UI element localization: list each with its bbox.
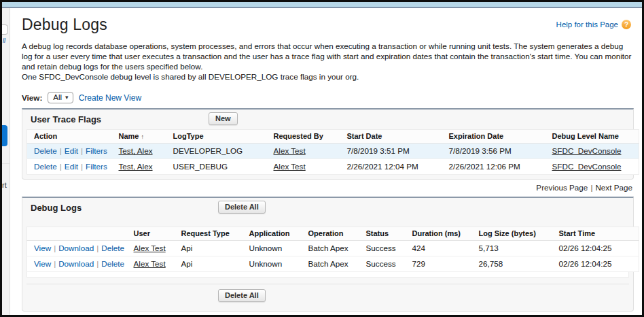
table-row: Delete|Edit|Filters Test, Alex DEVELOPER…	[27, 144, 639, 159]
main-content: Debug Logs Help for this Page ? A debug …	[10, 8, 642, 315]
user-trace-flags-panel: User Trace Flags New Action Name ↑ LogTy…	[22, 108, 634, 180]
link-separator: |	[96, 259, 99, 268]
table-empty-space	[26, 272, 629, 278]
col-action[interactable]: Action	[27, 130, 112, 144]
page-header: Debug Logs Help for this Page ?	[22, 16, 634, 34]
col-debug-level-name[interactable]: Debug Level Name	[545, 130, 639, 144]
operation-cell: Batch Apex	[302, 241, 359, 256]
delete-all-bottom-button[interactable]: Delete All	[218, 289, 266, 302]
chevron-down-icon: ▾	[65, 94, 69, 101]
view-link[interactable]: View	[34, 259, 51, 268]
edit-link[interactable]: Edit	[65, 162, 78, 171]
user-link[interactable]: Alex Test	[134, 244, 166, 252]
sidebar-link-fragment[interactable]: ll	[3, 37, 5, 44]
sidebar-fragment: ll rt	[2, 8, 10, 315]
col-operation[interactable]: Operation	[302, 227, 359, 241]
link-separator: |	[81, 162, 83, 171]
request-type-cell: Api	[175, 256, 243, 272]
col-actions	[27, 227, 127, 241]
start-date-cell: 2/26/2021 12:04 PM	[340, 159, 442, 175]
status-cell: Success	[359, 241, 406, 256]
previous-page-link[interactable]: Previous Page	[536, 183, 588, 192]
link-separator: |	[60, 146, 62, 155]
table-header-row: User Request Type Application Operation …	[27, 227, 639, 241]
debug-level-link[interactable]: SFDC_DevConsole	[552, 146, 622, 155]
view-select-value: All	[53, 93, 62, 101]
request-type-cell: Api	[175, 241, 243, 256]
help-icon[interactable]: ?	[622, 20, 631, 29]
delete-link[interactable]: Delete	[101, 244, 124, 252]
sidebar-active-indicator[interactable]	[2, 125, 7, 146]
create-new-view-link[interactable]: Create New View	[79, 93, 141, 103]
col-start-time[interactable]: Start Time	[552, 227, 639, 241]
filters-link[interactable]: Filters	[86, 146, 107, 155]
requested-by-link[interactable]: Alex Test	[274, 162, 306, 171]
col-logtype[interactable]: LogType	[166, 130, 267, 144]
window-frame: ll rt Debug Logs Help for this Page ? A …	[0, 0, 644, 317]
col-request-type[interactable]: Request Type	[175, 227, 243, 241]
log-size-cell: 5,713	[472, 241, 552, 256]
status-cell: Success	[359, 256, 406, 272]
col-duration[interactable]: Duration (ms)	[406, 227, 472, 241]
col-requested-by[interactable]: Requested By	[267, 130, 340, 144]
view-bar: View: All ▾ Create New View	[22, 92, 634, 103]
debug-logs-panel: Debug Logs Delete All User R	[22, 197, 634, 312]
filters-link[interactable]: Filters	[86, 162, 107, 171]
col-user[interactable]: User	[127, 227, 175, 241]
description-text: A debug log records database operations,…	[22, 41, 631, 71]
pagination: Previous Page|Next Page	[22, 183, 634, 192]
table-header-row: Action Name ↑ LogType Requested By Start…	[27, 130, 639, 144]
name-link[interactable]: Test, Alex	[119, 146, 153, 155]
download-link[interactable]: Download	[58, 259, 94, 268]
col-status[interactable]: Status	[359, 227, 406, 241]
pagination-separator: |	[590, 183, 592, 192]
page-title: Debug Logs	[22, 16, 634, 34]
new-button[interactable]: New	[209, 112, 238, 125]
col-log-size[interactable]: Log Size (bytes)	[472, 227, 552, 241]
requested-by-link[interactable]: Alex Test	[274, 146, 306, 155]
col-name[interactable]: Name ↑	[112, 130, 166, 144]
sidebar-item-fragment[interactable]: rt	[2, 181, 7, 189]
view-select[interactable]: All ▾	[48, 92, 73, 103]
view-link[interactable]: View	[34, 244, 51, 252]
action-cell: Delete|Edit|Filters	[27, 144, 112, 159]
table-row: View|Download|Delete Alex Test Api Unkno…	[27, 241, 639, 256]
debug-level-link[interactable]: SFDC_DevConsole	[552, 162, 622, 171]
delete-all-top-button[interactable]: Delete All	[218, 201, 266, 214]
link-separator: |	[54, 259, 56, 268]
description-note: One SFDC_DevConsole debug level is share…	[22, 72, 359, 81]
debug-logs-table: User Request Type Application Operation …	[26, 227, 639, 272]
page-description: A debug log records database operations,…	[22, 41, 632, 82]
main-row: ll rt Debug Logs Help for this Page ? A …	[2, 8, 642, 315]
delete-link[interactable]: Delete	[34, 162, 57, 171]
delete-link[interactable]: Delete	[34, 146, 57, 155]
logtype-cell: USER_DEBUG	[166, 159, 267, 175]
start-date-cell: 7/8/2019 3:51 PM	[340, 144, 442, 159]
user-link[interactable]: Alex Test	[134, 259, 166, 268]
name-link[interactable]: Test, Alex	[119, 162, 153, 171]
duration-cell: 729	[406, 256, 472, 272]
expiration-date-cell: 7/8/2019 3:56 PM	[442, 144, 545, 159]
sort-ascending-icon: ↑	[141, 133, 145, 140]
link-separator: |	[81, 146, 83, 155]
debug-logs-header: Debug Logs Delete All	[26, 198, 629, 218]
delete-link[interactable]: Delete	[101, 259, 124, 268]
col-start-date[interactable]: Start Date	[340, 130, 442, 144]
edit-link[interactable]: Edit	[65, 146, 78, 155]
help-for-this-page-link[interactable]: Help for this Page	[556, 20, 618, 29]
sidebar-search-box-fragment[interactable]	[0, 24, 8, 35]
duration-cell: 424	[406, 241, 472, 256]
table-row: View|Download|Delete Alex Test Api Unkno…	[27, 256, 639, 272]
col-expiration-date[interactable]: Expiration Date	[442, 130, 545, 144]
download-link[interactable]: Download	[58, 244, 94, 252]
help-area: Help for this Page ?	[556, 20, 631, 29]
col-application[interactable]: Application	[243, 227, 302, 241]
link-separator: |	[96, 244, 99, 252]
start-time-cell: 02/26 12:04:25	[552, 256, 639, 272]
next-page-link[interactable]: Next Page	[595, 183, 632, 192]
user-trace-flags-header: User Trace Flags New	[26, 110, 629, 129]
operation-cell: Batch Apex	[302, 256, 359, 272]
table-row: Delete|Edit|Filters Test, Alex USER_DEBU…	[27, 159, 639, 175]
view-label: View:	[22, 93, 42, 102]
debug-logs-table-wrap: User Request Type Application Operation …	[26, 227, 629, 278]
